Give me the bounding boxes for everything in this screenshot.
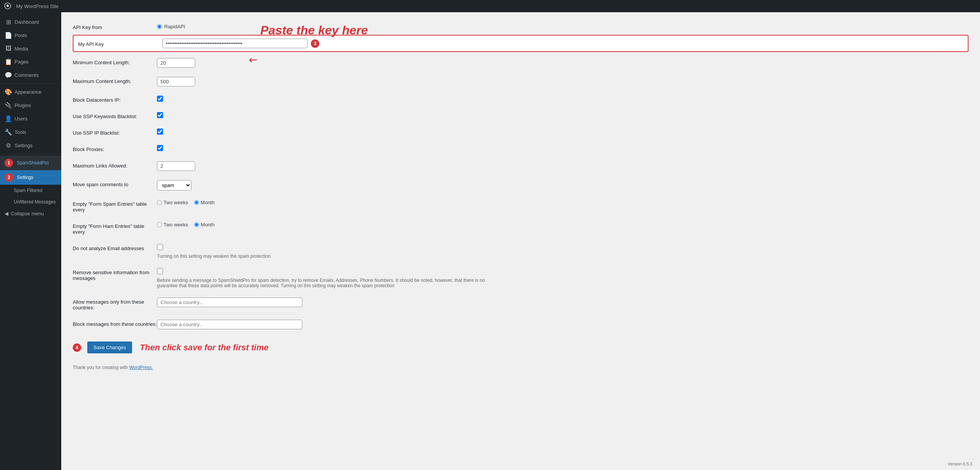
- my-api-key-row: My API Key 3: [73, 35, 969, 52]
- remove-sensitive-desc: Before sending a message to SpamShieldPr…: [157, 278, 501, 288]
- sidebar: ⊞ Dashboard 📄 Posts 🖼 Media 📋 Pages 💬 Co…: [0, 12, 61, 470]
- block-dc-row: Block Datacenters IP:: [73, 91, 969, 107]
- rapidapi-radio[interactable]: [157, 24, 162, 29]
- block-dc-checkbox[interactable]: [157, 96, 163, 102]
- two-weeks-ham-radio[interactable]: [157, 222, 162, 227]
- my-api-key-input[interactable]: [162, 39, 308, 48]
- my-api-key-label: My API Key: [78, 40, 162, 47]
- sidebar-item-tools[interactable]: 🔧 Tools: [0, 125, 61, 139]
- two-weeks-spam-label[interactable]: Two weeks: [157, 200, 188, 205]
- allow-countries-row: Allow messages only from these countries…: [73, 293, 969, 315]
- version-text: Version 6.5.3: [948, 462, 972, 466]
- ssp-ip-label: Use SSP IP Blacklist:: [73, 128, 157, 136]
- max-links-input[interactable]: [157, 161, 195, 171]
- block-dc-field: [157, 96, 969, 103]
- remove-sensitive-label: Remove sensitive information from messag…: [73, 268, 157, 281]
- move-spam-select[interactable]: spam trash delete: [157, 180, 191, 190]
- two-weeks-spam-radio[interactable]: [157, 200, 162, 205]
- block-proxies-label: Block Proxies:: [73, 145, 157, 152]
- sidebar-item-spam-filtered[interactable]: Spam Filtered: [0, 185, 61, 196]
- spamshield-label: SpamShieldPro: [17, 160, 49, 166]
- block-countries-field: [157, 320, 969, 329]
- sidebar-item-pages[interactable]: 📋 Pages: [0, 55, 61, 68]
- max-links-label: Maximum Links Allowed:: [73, 161, 157, 169]
- sidebar-item-posts[interactable]: 📄 Posts: [0, 29, 61, 42]
- ssp-keywords-label: Use SSP Keywords Blacklist:: [73, 112, 157, 119]
- pages-icon: 📋: [5, 58, 12, 65]
- block-countries-input[interactable]: [157, 320, 302, 329]
- no-email-analyze-row: Do not analyze Email addresses Turning o…: [73, 239, 969, 263]
- sidebar-item-media[interactable]: 🖼 Media: [0, 42, 61, 55]
- appearance-icon: 🎨: [5, 88, 12, 96]
- no-email-analyze-field: Turning on this setting may weaken the s…: [157, 244, 969, 259]
- sidebar-item-users[interactable]: 👤 Users: [0, 112, 61, 125]
- no-email-analyze-checkbox[interactable]: [157, 244, 163, 250]
- plugins-icon: 🔌: [5, 102, 12, 109]
- allow-countries-label: Allow messages only from these countries…: [73, 298, 157, 311]
- allow-countries-input[interactable]: [157, 298, 302, 307]
- block-dc-label: Block Datacenters IP:: [73, 96, 157, 103]
- month-ham-label[interactable]: Month: [194, 222, 214, 228]
- empty-form-spam-row: Empty "Form Spam Entries" table every Tw…: [73, 195, 969, 217]
- collapse-menu[interactable]: ◀ Collapse menu: [0, 208, 61, 220]
- sidebar-item-appearance[interactable]: 🎨 Appearance: [0, 85, 61, 99]
- max-links-row: Maximum Links Allowed:: [73, 157, 969, 176]
- users-icon: 👤: [5, 115, 12, 122]
- ssp-keywords-row: Use SSP Keywords Blacklist:: [73, 107, 969, 124]
- two-weeks-ham-label[interactable]: Two weeks: [157, 222, 188, 228]
- wp-logo: ⦿: [4, 2, 11, 11]
- rapidapi-text: RapidAPI: [164, 24, 185, 29]
- ssp-keywords-checkbox[interactable]: [157, 112, 163, 118]
- empty-form-spam-field: Two weeks Month: [157, 200, 969, 205]
- sidebar-item-settings[interactable]: ⚙ Settings: [0, 139, 61, 152]
- save-row: 4 Save Changes Then click save for the f…: [73, 342, 969, 353]
- footer: Thank you for creating with WordPress.: [73, 365, 969, 370]
- api-key-annotation-wrapper: My API Key 3 ↗ Paste the key here: [73, 35, 969, 52]
- sidebar-item-dashboard[interactable]: ⊞ Dashboard: [0, 15, 61, 29]
- empty-form-ham-row: Empty "Form Ham Entries" table every Two…: [73, 217, 969, 239]
- sidebar-item-comments[interactable]: 💬 Comments: [0, 68, 61, 82]
- no-email-analyze-desc: Turning on this setting may weaken the s…: [157, 254, 501, 259]
- media-icon: 🖼: [5, 45, 12, 52]
- ssp-ip-field: [157, 128, 969, 136]
- main-content: API Key from RapidAPI My API Key 3 ↗ Pas…: [61, 12, 980, 470]
- step-4-badge: 4: [73, 343, 81, 352]
- api-key-from-row: API Key from RapidAPI: [73, 20, 969, 35]
- settings-icon: ⚙: [5, 142, 12, 149]
- ssp-ip-checkbox[interactable]: [157, 128, 163, 135]
- posts-icon: 📄: [5, 32, 12, 39]
- block-proxies-checkbox[interactable]: [157, 145, 163, 151]
- max-content-input[interactable]: [157, 77, 195, 86]
- allow-countries-field: [157, 298, 969, 307]
- save-changes-button[interactable]: Save Changes: [87, 342, 132, 353]
- ssp-ip-row: Use SSP IP Blacklist:: [73, 124, 969, 140]
- empty-form-ham-label: Empty "Form Ham Entries" table every: [73, 222, 157, 235]
- empty-form-ham-field: Two weeks Month: [157, 222, 969, 228]
- month-spam-label[interactable]: Month: [194, 200, 214, 205]
- max-content-label: Maximum Content Length:: [73, 77, 157, 84]
- month-spam-radio[interactable]: [194, 200, 199, 205]
- block-proxies-field: [157, 145, 969, 152]
- block-countries-label: Block messages from these countries:: [73, 320, 157, 327]
- block-countries-row: Block messages from these countries:: [73, 315, 969, 334]
- dashboard-icon: ⊞: [5, 18, 12, 26]
- remove-sensitive-checkbox[interactable]: [157, 268, 163, 274]
- save-annotation: Then click save for the first time: [140, 343, 268, 353]
- api-key-from-label: API Key from: [73, 23, 157, 30]
- wordpress-link[interactable]: WordPress.: [129, 365, 153, 370]
- sidebar-item-spamshieldpro[interactable]: 1 SpamShieldPro: [0, 156, 61, 170]
- sidebar-item-unfiltered-messages[interactable]: Unfiltered Messages: [0, 196, 61, 208]
- ssp-keywords-field: [157, 112, 969, 119]
- empty-form-spam-label: Empty "Form Spam Entries" table every: [73, 200, 157, 213]
- remove-sensitive-row: Remove sensitive information from messag…: [73, 263, 969, 293]
- site-name: My WordPress Site: [16, 3, 59, 9]
- collapse-icon: ◀: [5, 211, 8, 216]
- sidebar-item-plugins[interactable]: 🔌 Plugins: [0, 99, 61, 112]
- remove-sensitive-field: Before sending a message to SpamShieldPr…: [157, 268, 969, 288]
- sidebar-item-settings-sub[interactable]: 2 Settings: [0, 170, 61, 185]
- month-ham-radio[interactable]: [194, 222, 199, 227]
- block-proxies-row: Block Proxies:: [73, 140, 969, 157]
- top-bar: ⦿ My WordPress Site: [0, 0, 980, 12]
- min-content-input[interactable]: [157, 58, 195, 68]
- no-email-analyze-label: Do not analyze Email addresses: [73, 244, 157, 251]
